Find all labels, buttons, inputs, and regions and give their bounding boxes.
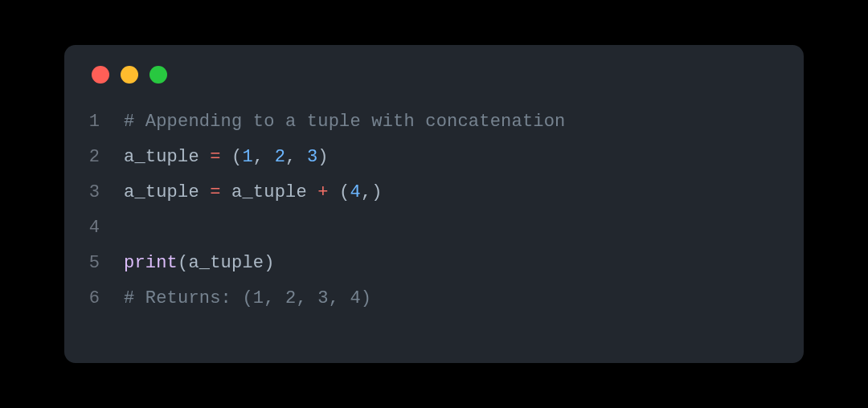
- code-token: a_tuple: [221, 182, 318, 202]
- minimize-icon[interactable]: [121, 66, 138, 84]
- code-token: =: [210, 182, 220, 202]
- line-number-gutter: 1 2 3 4 5 6: [72, 104, 104, 316]
- line-number: 5: [72, 246, 100, 281]
- code-token: (a_tuple): [178, 253, 275, 273]
- code-line: print(a_tuple): [124, 246, 566, 281]
- code-token: ,): [361, 182, 383, 202]
- code-token: 1: [242, 147, 252, 167]
- code-token: print: [124, 253, 178, 273]
- code-token: 4: [350, 182, 360, 202]
- line-number: 2: [72, 140, 100, 175]
- code-token: # Returns: (1, 2, 3, 4): [124, 288, 371, 308]
- code-token: ,: [285, 147, 307, 167]
- code-token: a_tuple: [124, 147, 210, 167]
- code-token: (: [221, 147, 243, 167]
- line-number: 4: [72, 210, 100, 246]
- code-token: =: [210, 147, 220, 167]
- code-line: a_tuple = a_tuple + (4,): [124, 175, 566, 210]
- close-icon[interactable]: [92, 66, 109, 84]
- code-token: 3: [307, 147, 317, 167]
- code-line: # Returns: (1, 2, 3, 4): [124, 281, 566, 316]
- code-token: # Appending to a tuple with concatenatio…: [124, 112, 566, 132]
- code-token: a_tuple: [124, 182, 210, 202]
- code-line: [124, 210, 566, 246]
- code-token: +: [317, 182, 328, 202]
- code-content[interactable]: # Appending to a tuple with concatenatio…: [104, 104, 566, 316]
- code-line: # Appending to a tuple with concatenatio…: [124, 104, 566, 140]
- line-number: 6: [72, 281, 100, 316]
- code-window: 1 2 3 4 5 6 # Appending to a tuple with …: [64, 45, 804, 363]
- window-title-bar: [64, 45, 804, 104]
- line-number: 3: [72, 175, 100, 210]
- code-area: 1 2 3 4 5 6 # Appending to a tuple with …: [64, 104, 804, 316]
- code-token: ,: [253, 147, 275, 167]
- zoom-icon[interactable]: [149, 66, 167, 84]
- code-token: ): [317, 147, 328, 167]
- line-number: 1: [72, 104, 100, 140]
- code-line: a_tuple = (1, 2, 3): [124, 140, 566, 175]
- code-token: 2: [275, 147, 285, 167]
- code-token: (: [329, 182, 350, 202]
